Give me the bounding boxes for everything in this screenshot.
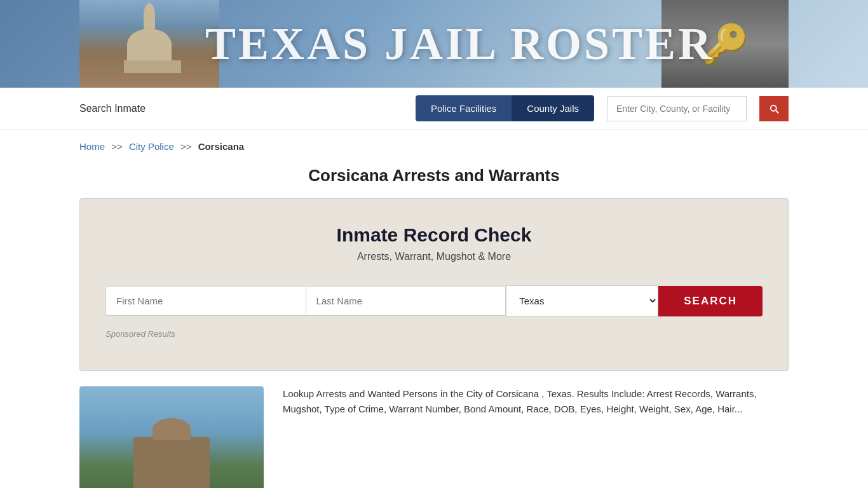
breadcrumb-sep2: >> — [180, 141, 192, 152]
record-check-title: Inmate Record Check — [105, 224, 763, 246]
inmate-search-form: AlabamaAlaskaArizonaArkansasCaliforniaCo… — [105, 285, 763, 316]
record-check-box: Inmate Record Check Arrests, Warrant, Mu… — [79, 198, 789, 371]
description-text: Lookup Arrests and Wanted Persons in the… — [283, 386, 789, 417]
nav-bar: Search Inmate Police Facilities County J… — [0, 88, 868, 130]
nav-buttons: Police Facilities County Jails — [416, 95, 594, 121]
building-silhouette — [133, 437, 210, 488]
state-select[interactable]: AlabamaAlaskaArizonaArkansasCaliforniaCo… — [506, 285, 658, 316]
capitol-image — [79, 0, 219, 88]
facility-search-input[interactable] — [607, 96, 747, 121]
county-jails-button[interactable]: County Jails — [512, 95, 594, 121]
sponsored-label: Sponsored Results — [105, 329, 763, 339]
breadcrumb: Home >> City Police >> Corsicana — [0, 130, 868, 158]
breadcrumb-current: Corsicana — [198, 141, 245, 152]
bottom-section: Lookup Arrests and Wanted Persons in the… — [0, 371, 868, 488]
first-name-input[interactable] — [105, 286, 306, 316]
building-dome — [153, 418, 191, 440]
city-image — [79, 386, 264, 488]
breadcrumb-home[interactable]: Home — [79, 141, 105, 152]
page-title: Corsicana Arrests and Warrants — [0, 166, 868, 186]
site-title: Texas Jail Roster — [205, 18, 714, 71]
inmate-search-button[interactable]: SEARCH — [658, 286, 763, 316]
search-icon — [768, 103, 780, 114]
city-image-inner — [79, 386, 264, 488]
facility-search-button[interactable] — [759, 96, 789, 121]
breadcrumb-sep1: >> — [111, 141, 123, 152]
header-banner: Texas Jail Roster 🔑 — [0, 0, 868, 88]
last-name-input[interactable] — [306, 286, 506, 316]
breadcrumb-city-police[interactable]: City Police — [129, 141, 174, 152]
police-facilities-button[interactable]: Police Facilities — [416, 95, 512, 121]
record-check-subtitle: Arrests, Warrant, Mugshot & More — [105, 251, 763, 262]
search-inmate-label: Search Inmate — [79, 103, 403, 114]
